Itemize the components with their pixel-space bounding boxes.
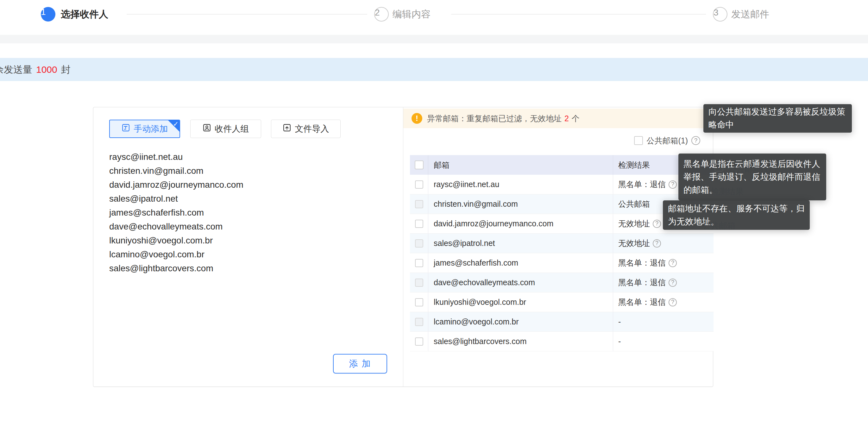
step-label-2: 编辑内容 [393, 0, 431, 29]
tab-label: 手动添加 [134, 123, 168, 134]
result-text: - [618, 337, 621, 346]
row-email-cell: james@schaferfish.com [428, 253, 613, 273]
row-checkbox-cell [410, 253, 428, 273]
quota-text: 剩余发送量1000封 [0, 58, 70, 81]
ghost-fragment-3: 公共邮箱 [703, 220, 735, 231]
tooltip-line: 向公共邮箱发送过多容易被反垃圾策 [709, 106, 847, 118]
row-checkbox[interactable] [415, 278, 423, 287]
result-text: 黑名单：退信 [618, 297, 666, 307]
step-connector-1 [127, 14, 367, 14]
result-text: 黑名单：退信 [618, 258, 666, 268]
recipient-email-line: sales@ipatrol.net [109, 192, 388, 206]
add-button[interactable]: 添 加 [333, 354, 387, 373]
step-circle-1: 1 [41, 7, 55, 22]
quota-count: 1000 [36, 64, 57, 75]
table-row: james@schaferfish.com黑名单：退信? [410, 253, 714, 273]
select-all-checkbox[interactable] [415, 160, 424, 169]
abnormal-alert-count: 2 [564, 114, 569, 123]
result-help-icon[interactable]: ? [653, 239, 661, 247]
result-text: 无效地址 [618, 238, 650, 248]
row-email-cell: raysc@iinet.net.au [428, 175, 613, 194]
step-connector-2 [451, 14, 706, 14]
tooltip-line: 邮箱地址不存在、服务不可达等，归 [668, 202, 805, 215]
recipient-group-icon [203, 123, 211, 134]
result-text: - [618, 317, 621, 326]
row-email-cell: sales@ipatrol.net [428, 234, 613, 253]
invalid-address-tooltip: 邮箱地址不存在、服务不可达等，归为无效地址。 [663, 200, 810, 230]
table-row: raysc@iinet.net.au黑名单：退信? [410, 175, 714, 194]
ghost-checkbox [714, 163, 723, 172]
email-column-header: 邮箱 [428, 155, 613, 175]
table-row: dave@echovalleymeats.com黑名单：退信? [410, 273, 714, 293]
result-help-icon[interactable]: ? [669, 259, 677, 267]
tab-file-import[interactable]: 文件导入 [271, 120, 341, 138]
tooltip-line: 略命中 [709, 118, 847, 131]
tooltip-line: 的邮箱。 [683, 184, 821, 197]
table-header-row: 邮箱 检测结果 [410, 155, 714, 175]
step-circle-2: 2 [374, 7, 389, 22]
result-text: 黑名单：退信 [618, 179, 666, 190]
manual-add-icon [122, 123, 130, 134]
row-email-cell: lkuniyoshi@voegol.com.br [428, 293, 613, 312]
row-checkbox[interactable] [415, 180, 423, 189]
row-checkbox-cell [410, 312, 428, 331]
recipient-email-line: christen.vin@gmail.com [109, 164, 388, 178]
row-result-cell: 无效地址? [613, 234, 714, 253]
tab-label: 文件导入 [295, 123, 329, 134]
public-mailbox-label: 公共邮箱(1) [646, 136, 688, 146]
result-text: 公共邮箱 [618, 199, 650, 209]
recipient-email-line: james@schaferfish.com [109, 206, 388, 220]
row-checkbox-cell [410, 234, 428, 253]
step-label-1: 选择收件人 [61, 0, 108, 29]
row-checkbox-cell [410, 194, 428, 214]
table-row: lcamino@voegol.com.br- [410, 312, 714, 332]
quota-unit: 封 [61, 64, 70, 75]
step-label-3: 发送邮件 [731, 0, 769, 29]
row-result-cell: 黑名单：退信? [613, 253, 714, 273]
recipient-email-line: lcamino@voegol.com.br [109, 247, 388, 262]
result-help-icon[interactable]: ? [669, 180, 677, 189]
row-result-cell: 黑名单：退信? [613, 293, 714, 312]
abnormal-alert: ! 异常邮箱：重复邮箱已过滤，无效地址2个 [403, 109, 713, 128]
recipient-input[interactable]: raysc@iinet.net.auchristen.vin@gmail.com… [109, 150, 388, 327]
table-header-checkbox-cell [410, 155, 428, 175]
public-mailbox-checkbox[interactable] [634, 136, 643, 145]
row-checkbox-cell [410, 293, 428, 312]
public-mailbox-help-icon[interactable]: ? [691, 136, 700, 145]
result-text: 黑名单：退信 [618, 277, 666, 288]
recipient-email-line: sales@lightbarcovers.com [109, 262, 388, 275]
row-checkbox[interactable] [415, 239, 423, 247]
row-checkbox[interactable] [415, 318, 423, 326]
ghost-fragment-1: 公共邮箱(1) ? [728, 163, 778, 174]
row-checkbox-cell [410, 332, 428, 351]
public-mailbox-tooltip: 向公共邮箱发送过多容易被反垃圾策略命中 [703, 104, 852, 132]
tab-recipient-group[interactable]: 收件人组 [190, 120, 261, 138]
tab-label: 收件人组 [215, 123, 249, 134]
row-checkbox[interactable] [415, 200, 423, 208]
recipient-email-line: dave@echovalleymeats.com [109, 220, 388, 234]
step-circle-3: 3 [713, 7, 727, 22]
warning-icon: ! [411, 113, 422, 124]
row-checkbox[interactable] [415, 259, 423, 267]
result-help-icon[interactable]: ? [653, 220, 661, 228]
section-divider-band [0, 35, 868, 43]
result-help-icon[interactable]: ? [669, 278, 677, 287]
blacklist-tooltip: 黑名单是指在云邮通发送后因收件人举报、手动退订、反垃圾邮件而退信的邮箱。 [678, 153, 826, 200]
table-row: lkuniyoshi@voegol.com.br黑名单：退信? [410, 293, 714, 312]
row-checkbox-cell [410, 175, 428, 194]
row-checkbox[interactable] [415, 298, 423, 306]
row-checkbox-cell [410, 273, 428, 292]
recipient-panel: 手动添加✓收件人组文件导入 raysc@iinet.net.auchristen… [93, 107, 713, 387]
row-checkbox[interactable] [415, 337, 423, 345]
row-result-cell: - [613, 332, 714, 351]
row-checkbox-cell [410, 214, 428, 233]
result-text: 无效地址 [618, 218, 650, 229]
table-row: sales@ipatrol.net无效地址? [410, 234, 714, 253]
file-import-icon [283, 123, 291, 134]
check-icon: ✓ [173, 120, 179, 128]
quota-prefix: 剩余发送量 [0, 64, 32, 75]
step-bar: 1选择收件人2编辑内容3发送邮件 [0, 0, 868, 33]
row-checkbox[interactable] [415, 220, 423, 228]
result-help-icon[interactable]: ? [669, 298, 677, 306]
tab-manual-add[interactable]: 手动添加✓ [109, 120, 180, 138]
